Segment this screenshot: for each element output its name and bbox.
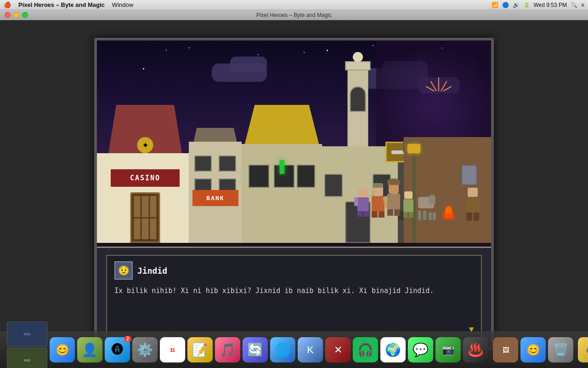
tower-knob — [353, 52, 363, 62]
dock-trash-icon[interactable]: 🗑️ — [548, 337, 573, 362]
casino-sign: CASINO — [111, 169, 180, 187]
thumbnail-2: IMG — [7, 348, 47, 368]
inn-window-left — [249, 165, 269, 188]
star — [166, 50, 167, 51]
battery-icon: 🔋 — [523, 2, 530, 8]
casino-emblem: ✦ — [137, 137, 153, 153]
fire — [443, 206, 454, 220]
search-icon[interactable]: 🔍 — [571, 2, 577, 8]
dock-appstore-icon[interactable]: 🅐 2 — [105, 337, 130, 362]
inn-window-center — [274, 165, 294, 188]
main-area: ✦ CASINO — [0, 20, 588, 368]
thumbnail-1: IMG — [7, 322, 47, 347]
character-ranger — [387, 184, 401, 220]
horse-figure — [416, 192, 436, 220]
dock-facetime-icon[interactable]: 📷 — [435, 337, 461, 362]
character-mage — [356, 189, 369, 220]
dock-notes-icon[interactable]: 📝 — [187, 337, 213, 362]
dock-xcode-icon[interactable]: K — [298, 337, 323, 362]
green-torch — [280, 160, 284, 174]
bluetooth-icon: 🔵 — [502, 2, 509, 8]
inn-wall — [242, 144, 322, 243]
inn-roof — [239, 105, 324, 149]
dock-migration-icon[interactable]: 🔄 — [243, 337, 268, 362]
game-window[interactable]: ✦ CASINO — [94, 38, 494, 351]
church-window-left — [324, 174, 343, 197]
dock-contacts-icon[interactable]: 👤 — [77, 337, 102, 362]
inn-window-right — [297, 165, 315, 188]
apple-menu-icon[interactable]: 🍎 — [4, 1, 11, 8]
dock-netprefs-icon[interactable]: 🌐 — [270, 337, 295, 362]
dock-finder-icon[interactable]: 😊 — [50, 337, 75, 362]
menubar: 🍎 Pixel Heroes – Byte and Magic Window 📶… — [0, 0, 588, 10]
dock-thumb-icon[interactable]: 🖼 — [493, 337, 518, 362]
window — [219, 155, 236, 172]
character-warrior — [371, 187, 385, 220]
mid-building-1: BANK — [189, 128, 242, 243]
star — [189, 47, 190, 48]
dialog-avatar: 😟 — [114, 261, 133, 280]
close-button[interactable] — [5, 12, 11, 18]
dialog-speaker-area: 😟 Jindid — [114, 261, 474, 280]
star — [258, 54, 259, 55]
menu-extras-icon[interactable]: ≡ — [581, 2, 584, 8]
inn-building — [242, 100, 322, 243]
tower-top — [345, 61, 370, 70]
dock-main: 😊 👤 🅐 2 ⚙️ 31 📝 🎵 🔄 🌐 K ✕ — [50, 337, 488, 362]
maximize-button[interactable] — [22, 12, 28, 18]
dock: IMG IMG qBlmzf5UtOt.jpg 😊 👤 🅐 2 ⚙️ 31 📝 … — [0, 331, 588, 368]
thumbnail-stack: IMG IMG qBlmzf5UtOt.jpg — [7, 322, 47, 368]
casino-door — [130, 192, 160, 243]
dock-systemprefs-icon[interactable]: ⚙️ — [132, 337, 158, 362]
dock-finder2-icon[interactable]: 😊 — [520, 337, 546, 362]
lamp-light — [407, 144, 420, 153]
dialog-text: Ix bilik nihib! Xi ni hib xibixi? Jixnid… — [114, 285, 474, 296]
dock-steam-icon[interactable]: ♨️ — [463, 337, 488, 362]
cloud — [230, 57, 267, 73]
star — [304, 52, 305, 53]
volume-icon: 🔊 — [513, 2, 520, 8]
wifi-icon: 📶 — [492, 2, 498, 8]
star — [327, 50, 328, 51]
armor-display — [461, 165, 477, 185]
app-name-menu[interactable]: Pixel Heroes – Byte and Magic — [18, 1, 105, 8]
dock-extra-icon[interactable]: 🎮 — [578, 337, 588, 362]
blacksmith-character — [464, 188, 482, 220]
dialog-inner: 😟 Jindid Ix bilik nihib! Xi ni hib xibix… — [106, 255, 482, 341]
character-small — [402, 191, 414, 220]
window-menu[interactable]: Window — [112, 1, 133, 8]
tower-window — [350, 86, 366, 112]
dock-spotify-icon[interactable]: 🎧 — [353, 337, 378, 362]
fireworks — [427, 77, 454, 114]
game-scene: ✦ CASINO — [97, 40, 491, 243]
window-title: Pixel Heroes – Byte and Magic — [256, 12, 332, 18]
character-group — [356, 184, 436, 220]
star — [143, 68, 144, 69]
casino-building: ✦ CASINO — [97, 105, 193, 243]
blacksmith-area — [385, 119, 491, 243]
dock-chrome-icon[interactable]: 🌍 — [380, 337, 406, 362]
dock-messages-icon[interactable]: 💬 — [408, 337, 433, 362]
dock-right-section: 🖼 😊 🗑️ — [493, 337, 573, 362]
dock-keynote-icon[interactable]: ✕ — [325, 337, 351, 362]
star — [373, 45, 373, 46]
clock: Wed 9:53 PM — [534, 2, 567, 8]
window — [194, 155, 212, 172]
titlebar: Pixel Heroes – Byte and Magic — [0, 10, 588, 20]
bank-sign: BANK — [192, 190, 238, 206]
minimize-button[interactable] — [13, 12, 19, 18]
dialog-speaker-name: Jindid — [137, 266, 167, 276]
dock-calendar-icon[interactable]: 31 — [160, 337, 185, 362]
dock-itunes-icon[interactable]: 🎵 — [215, 337, 240, 362]
